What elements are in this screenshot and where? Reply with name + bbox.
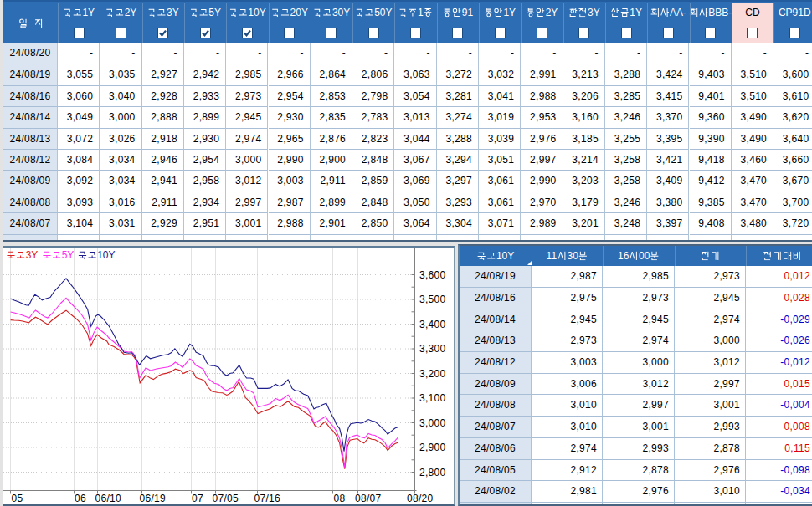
svg-text:20Y: 20Y bbox=[290, 7, 308, 18]
svg-text:08/20: 08/20 bbox=[407, 493, 434, 504]
svg-text:3,100: 3,100 bbox=[419, 392, 446, 404]
svg-text:3Y: 3Y bbox=[167, 7, 179, 18]
svg-text:30Y: 30Y bbox=[332, 7, 350, 18]
svg-text:3,200: 3,200 bbox=[419, 368, 446, 380]
svg-text:CP91D: CP91D bbox=[779, 7, 811, 18]
svg-text:07: 07 bbox=[192, 493, 203, 504]
svg-text:06/10: 06/10 bbox=[95, 493, 122, 504]
svg-text:05: 05 bbox=[12, 493, 23, 504]
svg-text:3,300: 3,300 bbox=[419, 343, 446, 355]
svg-text:07/16: 07/16 bbox=[254, 493, 281, 504]
svg-text:1Y: 1Y bbox=[630, 7, 642, 18]
svg-text:91: 91 bbox=[462, 7, 474, 18]
svg-text:3Y: 3Y bbox=[588, 7, 600, 18]
svg-text:5Y: 5Y bbox=[62, 249, 75, 261]
svg-text:10Y: 10Y bbox=[248, 7, 265, 18]
svg-text:08: 08 bbox=[334, 493, 346, 504]
svg-text:CD: CD bbox=[745, 7, 760, 18]
svg-text:1Y: 1Y bbox=[82, 7, 95, 18]
svg-text:30: 30 bbox=[568, 250, 579, 262]
svg-text:00: 00 bbox=[639, 250, 650, 262]
svg-text:2Y: 2Y bbox=[125, 7, 137, 18]
svg-text:16: 16 bbox=[618, 250, 630, 262]
svg-text:1: 1 bbox=[418, 7, 424, 18]
svg-text:2Y: 2Y bbox=[546, 7, 558, 18]
svg-text:3,600: 3,600 bbox=[419, 269, 446, 281]
svg-text:10Y: 10Y bbox=[496, 250, 514, 262]
svg-text:1Y: 1Y bbox=[503, 7, 516, 18]
svg-text:5Y: 5Y bbox=[208, 7, 221, 18]
svg-text:50Y: 50Y bbox=[374, 7, 392, 18]
svg-text:3,400: 3,400 bbox=[419, 319, 446, 330]
svg-text:3,500: 3,500 bbox=[419, 294, 446, 305]
svg-text:10Y: 10Y bbox=[97, 249, 115, 261]
svg-text:06: 06 bbox=[75, 493, 86, 504]
svg-text:06/19: 06/19 bbox=[140, 493, 167, 504]
svg-text:BBB-: BBB- bbox=[708, 7, 732, 18]
svg-text:AA-: AA- bbox=[670, 7, 686, 18]
svg-text:3Y: 3Y bbox=[26, 249, 39, 261]
svg-text:08/07: 08/07 bbox=[355, 493, 382, 504]
svg-text:2,900: 2,900 bbox=[419, 442, 446, 453]
svg-text:11: 11 bbox=[547, 250, 558, 262]
svg-text:2,800: 2,800 bbox=[419, 467, 446, 478]
svg-text:07/05: 07/05 bbox=[213, 493, 239, 504]
svg-text:3,000: 3,000 bbox=[419, 417, 446, 429]
